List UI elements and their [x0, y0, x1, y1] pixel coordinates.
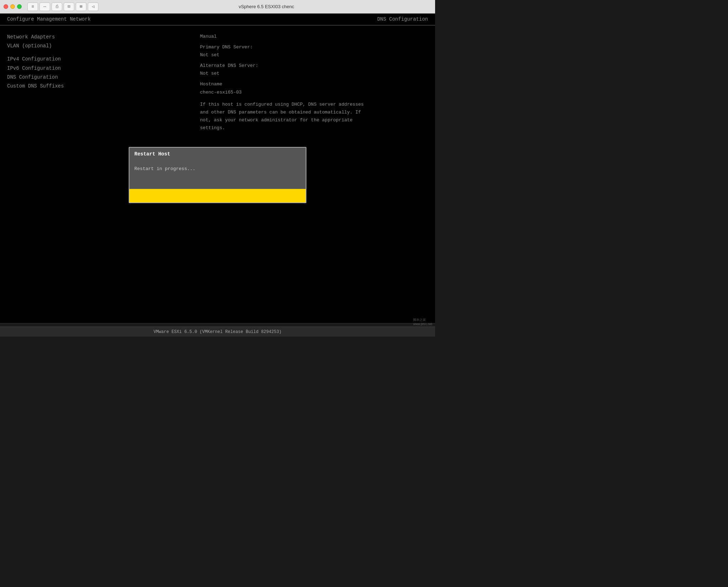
vmware-footer-text: VMware ESXi 6.5.0 (VMKernel Release Buil…: [154, 329, 282, 334]
maximize-button[interactable]: [17, 4, 22, 9]
modal-message: Restart in progress...: [134, 166, 196, 171]
modal-body: Restart in progress...: [129, 160, 306, 189]
terminal-area: Configure Management Network DNS Configu…: [0, 14, 435, 337]
window-title: vSphere 6.5 ESXI03 chenc: [101, 4, 432, 9]
toolbar-menu-btn[interactable]: ≡: [27, 2, 38, 11]
toolbar-print-btn[interactable]: ⎙: [52, 2, 62, 11]
watermark: 脚本之家www.jb51.net: [413, 318, 432, 326]
restart-host-modal: Restart Host Restart in progress...: [129, 147, 306, 203]
toolbar-save-btn[interactable]: ⊡: [64, 2, 74, 11]
modal-overlay: Restart Host Restart in progress...: [0, 14, 435, 337]
modal-progress-bar: [129, 189, 306, 202]
modal-title: Restart Host: [129, 148, 306, 160]
vmware-footer: VMware ESXi 6.5.0 (VMKernel Release Buil…: [0, 327, 435, 337]
close-button[interactable]: [4, 4, 8, 9]
toolbar-resize-btn[interactable]: ↔: [39, 2, 50, 11]
toolbar-back-btn[interactable]: ◁: [88, 2, 98, 11]
traffic-lights: [4, 4, 22, 9]
titlebar: ≡ ↔ ⎙ ⊡ ⊞ ◁ vSphere 6.5 ESXI03 chenc: [0, 0, 435, 14]
toolbar: ≡ ↔ ⎙ ⊡ ⊞ ◁: [27, 2, 98, 11]
minimize-button[interactable]: [10, 4, 15, 9]
toolbar-window-btn[interactable]: ⊞: [76, 2, 86, 11]
